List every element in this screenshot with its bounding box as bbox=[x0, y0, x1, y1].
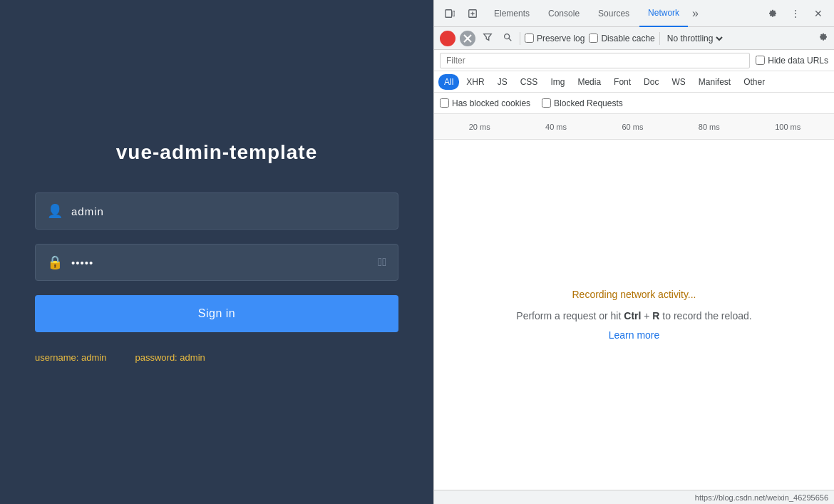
has-blocked-cookies-checkbox[interactable] bbox=[440, 98, 449, 108]
type-filter-row: All XHR JS CSS Img Media Font Doc WS Man… bbox=[434, 71, 834, 93]
password-input-wrapper: 🔒 👁̸ bbox=[35, 244, 398, 281]
network-settings-gear-icon[interactable] bbox=[818, 32, 828, 44]
clear-button[interactable] bbox=[460, 31, 475, 46]
tab-elements[interactable]: Elements bbox=[485, 0, 538, 27]
has-blocked-cookies-label: Has blocked cookies bbox=[452, 98, 530, 108]
type-filter-all[interactable]: All bbox=[438, 74, 459, 90]
type-filter-font[interactable]: Font bbox=[608, 74, 637, 90]
perform-text-1: Perform a request or hit bbox=[516, 310, 624, 322]
timeline-label-20ms: 20 ms bbox=[469, 123, 490, 131]
timeline-header: 20 ms 40 ms 60 ms 80 ms 100 ms bbox=[434, 114, 834, 140]
devtools-device-icon[interactable] bbox=[440, 4, 460, 24]
hide-urls-checkbox[interactable] bbox=[756, 56, 765, 65]
timeline-label-40ms: 40 ms bbox=[545, 123, 567, 131]
timeline-label-60ms: 60 ms bbox=[622, 123, 643, 131]
filter-input[interactable] bbox=[440, 53, 750, 68]
password-input[interactable] bbox=[71, 257, 378, 269]
timeline-label-100ms: 100 ms bbox=[775, 123, 800, 131]
login-title: vue-admin-template bbox=[116, 141, 318, 164]
sign-in-button[interactable]: Sign in bbox=[35, 295, 398, 332]
has-blocked-cookies-group[interactable]: Has blocked cookies bbox=[440, 98, 530, 108]
type-filter-xhr[interactable]: XHR bbox=[460, 74, 490, 90]
svg-rect-0 bbox=[446, 9, 452, 17]
timeline-label-80ms: 80 ms bbox=[699, 123, 720, 131]
devtools-close-icon[interactable]: ✕ bbox=[808, 4, 828, 24]
username-input-wrapper: 👤 bbox=[35, 192, 398, 230]
plus-sign: + bbox=[641, 310, 652, 322]
devtools-panel: Elements Console Sources Network » ⋮ ✕ bbox=[433, 0, 834, 504]
disable-cache-checkbox-group[interactable]: Disable cache bbox=[589, 34, 654, 43]
devtools-tabs: Elements Console Sources Network » bbox=[485, 0, 760, 27]
more-tabs-button[interactable]: » bbox=[689, 7, 701, 20]
hide-urls-label: Hide data URLs bbox=[768, 56, 828, 66]
blocked-requests-checkbox[interactable] bbox=[542, 98, 551, 108]
devtools-toolbar: Preserve log Disable cache No throttling bbox=[434, 27, 834, 50]
svg-line-8 bbox=[509, 38, 512, 41]
filter-row: Hide data URLs bbox=[434, 50, 834, 71]
disable-cache-label: Disable cache bbox=[601, 34, 654, 43]
login-panel: vue-admin-template 👤 🔒 👁̸ Sign in userna… bbox=[0, 0, 433, 504]
type-filter-manifest[interactable]: Manifest bbox=[693, 74, 736, 90]
blocked-requests-group[interactable]: Blocked Requests bbox=[542, 98, 623, 108]
type-filter-media[interactable]: Media bbox=[572, 74, 607, 90]
recording-text: Recording network activity... bbox=[572, 289, 696, 300]
type-filter-js[interactable]: JS bbox=[492, 74, 513, 90]
devtools-inspect-icon[interactable] bbox=[463, 4, 483, 24]
username-hint: username: admin bbox=[35, 352, 106, 363]
type-filter-doc[interactable]: Doc bbox=[638, 74, 664, 90]
timeline-labels: 20 ms 40 ms 60 ms 80 ms 100 ms bbox=[436, 123, 834, 131]
username-input[interactable] bbox=[71, 205, 386, 217]
tab-network[interactable]: Network bbox=[639, 0, 688, 27]
lock-icon: 🔒 bbox=[47, 254, 63, 270]
tab-sources[interactable]: Sources bbox=[590, 0, 638, 27]
devtools-status-bar: https://blog.csdn.net/weixin_46295656 bbox=[434, 490, 834, 504]
r-key: R bbox=[652, 310, 659, 322]
preserve-log-label: Preserve log bbox=[537, 34, 585, 43]
devtools-settings-icon[interactable] bbox=[763, 4, 783, 24]
hint-text: username: admin password: admin bbox=[35, 352, 398, 363]
perform-text: Perform a request or hit Ctrl + R to rec… bbox=[516, 309, 751, 324]
user-icon: 👤 bbox=[47, 203, 63, 219]
type-filter-ws[interactable]: WS bbox=[666, 74, 691, 90]
search-button[interactable] bbox=[500, 31, 515, 46]
perform-text-2: to record the reload. bbox=[659, 310, 751, 322]
hide-urls-checkbox-group[interactable]: Hide data URLs bbox=[756, 56, 828, 66]
eye-toggle-icon[interactable]: 👁̸ bbox=[378, 256, 386, 269]
preserve-log-checkbox-group[interactable]: Preserve log bbox=[525, 34, 585, 43]
preserve-log-checkbox[interactable] bbox=[525, 34, 534, 43]
blocked-requests-label: Blocked Requests bbox=[554, 98, 623, 108]
throttling-select[interactable]: No throttling bbox=[664, 33, 725, 44]
svg-point-7 bbox=[505, 34, 510, 39]
learn-more-link[interactable]: Learn more bbox=[609, 329, 660, 341]
type-filter-css[interactable]: CSS bbox=[515, 74, 544, 90]
toolbar-separator-1 bbox=[520, 32, 520, 45]
devtools-content: Recording network activity... Perform a … bbox=[434, 140, 834, 490]
record-button[interactable] bbox=[440, 31, 455, 46]
filter-button[interactable] bbox=[480, 31, 495, 46]
status-bar-url: https://blog.csdn.net/weixin_46295656 bbox=[695, 493, 828, 502]
type-filter-other[interactable]: Other bbox=[738, 74, 771, 90]
toolbar-separator-2 bbox=[659, 32, 660, 45]
cookies-row: Has blocked cookies Blocked Requests bbox=[434, 93, 834, 114]
password-hint: password: admin bbox=[135, 352, 205, 363]
devtools-topbar: Elements Console Sources Network » ⋮ ✕ bbox=[434, 0, 834, 27]
devtools-more-options-icon[interactable]: ⋮ bbox=[786, 4, 805, 24]
login-form: 👤 🔒 👁̸ Sign in username: admin password:… bbox=[35, 192, 398, 363]
devtools-settings-area: ⋮ ✕ bbox=[763, 4, 828, 24]
disable-cache-checkbox[interactable] bbox=[589, 34, 598, 43]
ctrl-key: Ctrl bbox=[624, 310, 641, 322]
type-filter-img[interactable]: Img bbox=[545, 74, 570, 90]
svg-rect-1 bbox=[453, 11, 455, 16]
tab-console[interactable]: Console bbox=[540, 0, 588, 27]
